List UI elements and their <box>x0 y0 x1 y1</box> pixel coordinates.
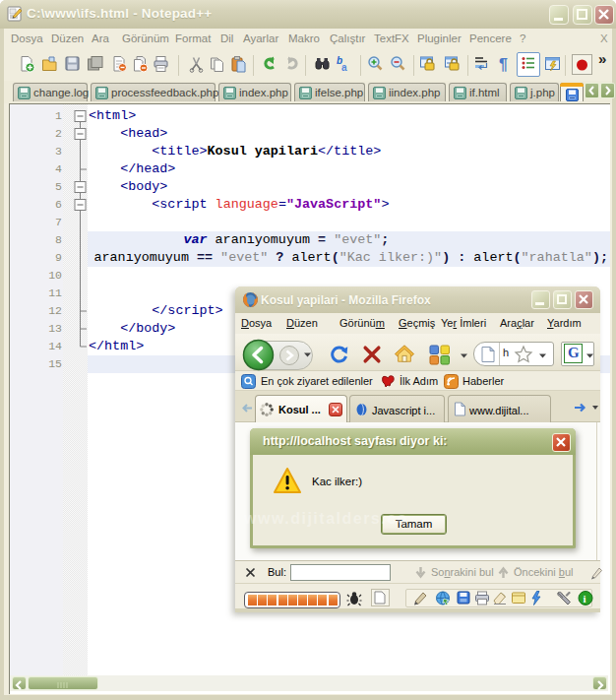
svg-text:¶: ¶ <box>499 56 508 73</box>
svg-text:a: a <box>341 62 347 73</box>
svg-text:i: i <box>584 593 586 605</box>
